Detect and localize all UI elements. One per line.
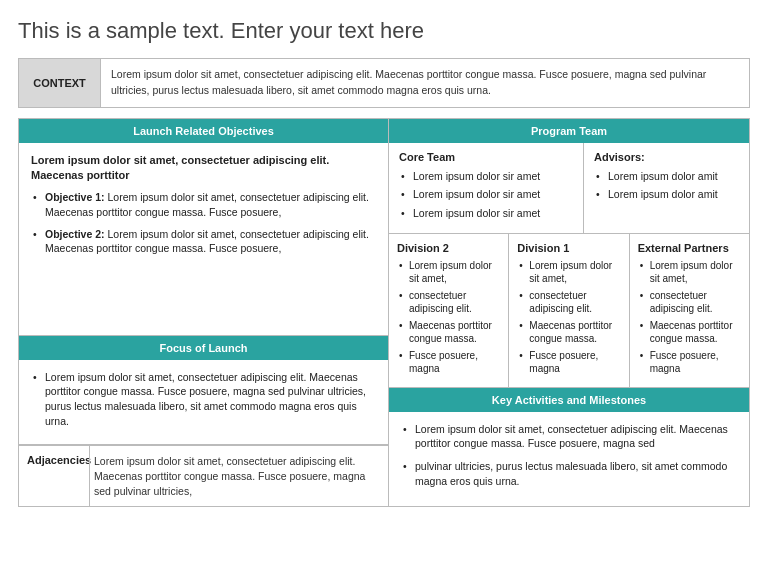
list-item: Objective 1: Lorem ipsum dolor sit amet,… — [31, 190, 376, 219]
objectives-list: Objective 1: Lorem ipsum dolor sit amet,… — [31, 190, 376, 256]
focus-list: Lorem ipsum dolor sit amet, consectetuer… — [31, 370, 376, 429]
left-column: Launch Related Objectives Lorem ipsum do… — [19, 119, 389, 507]
list-item: Maecenas porttitor congue massa. — [517, 319, 620, 346]
division-1-section: Division 1 Lorem ipsum dolor sit amet, c… — [509, 234, 629, 387]
key-activities-section: Key Activities and Milestones Lorem ipsu… — [389, 388, 749, 507]
focus-content: Lorem ipsum dolor sit amet, consectetuer… — [19, 360, 388, 445]
main-grid: Launch Related Objectives Lorem ipsum do… — [18, 118, 750, 508]
list-item: Fusce posuere, magna — [517, 349, 620, 376]
focus-section: Focus of Launch Lorem ipsum dolor sit am… — [19, 336, 388, 446]
division-2-title: Division 2 — [397, 242, 500, 254]
list-item: Lorem ipsum dolor amit — [594, 187, 739, 202]
page-title: This is a sample text. Enter your text h… — [18, 18, 750, 44]
list-item: Objective 2: Lorem ipsum dolor sit amet,… — [31, 227, 376, 256]
list-item: Lorem ipsum dolor sit amet, — [638, 259, 741, 286]
list-item: Lorem ipsum dolor sir amet — [399, 169, 573, 184]
objectives-header: Launch Related Objectives — [19, 119, 388, 143]
list-item: Lorem ipsum dolor sit amet, — [517, 259, 620, 286]
context-text: Lorem ipsum dolor sit amet, consectetuer… — [101, 59, 749, 107]
list-item: Maecenas porttitor congue massa. — [638, 319, 741, 346]
objectives-section: Lorem ipsum dolor sit amet, consectetuer… — [19, 143, 388, 336]
list-item: Lorem ipsum dolor sit amet, consectetuer… — [31, 370, 376, 429]
external-partners-list: Lorem ipsum dolor sit amet, consectetuer… — [638, 259, 741, 376]
key-activities-content: Lorem ipsum dolor sit amet, consectetuer… — [389, 412, 749, 507]
list-item: Lorem ipsum dolor sit amet, — [397, 259, 500, 286]
objectives-title: Lorem ipsum dolor sit amet, consectetuer… — [31, 153, 376, 184]
advisors-list: Lorem ipsum dolor amit Lorem ipsum dolor… — [594, 169, 739, 202]
list-item: Lorem ipsum dolor sir amet — [399, 187, 573, 202]
list-item: consectetuer adipiscing elit. — [638, 289, 741, 316]
objective-1-label: Objective 1: — [45, 191, 105, 203]
key-activities-list: Lorem ipsum dolor sit amet, consectetuer… — [401, 422, 737, 489]
external-partners-title: External Partners — [638, 242, 741, 254]
page-container: This is a sample text. Enter your text h… — [0, 0, 768, 525]
objective-2-label: Objective 2: — [45, 228, 105, 240]
adjacencies-text: Lorem ipsum dolor sit amet, consectetuer… — [89, 446, 388, 506]
advisors-section: Advisors: Lorem ipsum dolor amit Lorem i… — [584, 143, 749, 233]
division-2-list: Lorem ipsum dolor sit amet, consectetuer… — [397, 259, 500, 376]
program-team-header: Program Team — [389, 119, 749, 143]
list-item: Fusce posuere, magna — [638, 349, 741, 376]
adjacencies-row: Adjacencies Lorem ipsum dolor sit amet, … — [19, 445, 388, 506]
core-team-title: Core Team — [399, 151, 573, 163]
program-team-grid: Core Team Lorem ipsum dolor sir amet Lor… — [389, 143, 749, 234]
list-item: consectetuer adipiscing elit. — [397, 289, 500, 316]
advisors-title: Advisors: — [594, 151, 739, 163]
list-item: Lorem ipsum dolor sir amet — [399, 206, 573, 221]
division-2-section: Division 2 Lorem ipsum dolor sit amet, c… — [389, 234, 509, 387]
context-label: CONTEXT — [19, 59, 101, 107]
external-partners-section: External Partners Lorem ipsum dolor sit … — [630, 234, 749, 387]
division-1-title: Division 1 — [517, 242, 620, 254]
right-column: Program Team Core Team Lorem ipsum dolor… — [389, 119, 749, 507]
list-item: Fusce posuere, magna — [397, 349, 500, 376]
context-row: CONTEXT Lorem ipsum dolor sit amet, cons… — [18, 58, 750, 108]
division-1-list: Lorem ipsum dolor sit amet, consectetuer… — [517, 259, 620, 376]
list-item: Lorem ipsum dolor sit amet, consectetuer… — [401, 422, 737, 451]
list-item: consectetuer adipiscing elit. — [517, 289, 620, 316]
focus-header: Focus of Launch — [19, 336, 388, 360]
list-item: Lorem ipsum dolor amit — [594, 169, 739, 184]
core-team-list: Lorem ipsum dolor sir amet Lorem ipsum d… — [399, 169, 573, 221]
key-activities-header: Key Activities and Milestones — [389, 388, 749, 412]
adjacencies-label: Adjacencies — [19, 446, 89, 506]
list-item: Maecenas porttitor congue massa. — [397, 319, 500, 346]
list-item: pulvinar ultricies, purus lectus malesua… — [401, 459, 737, 488]
core-team-section: Core Team Lorem ipsum dolor sir amet Lor… — [389, 143, 584, 233]
divisions-grid: Division 2 Lorem ipsum dolor sit amet, c… — [389, 234, 749, 388]
